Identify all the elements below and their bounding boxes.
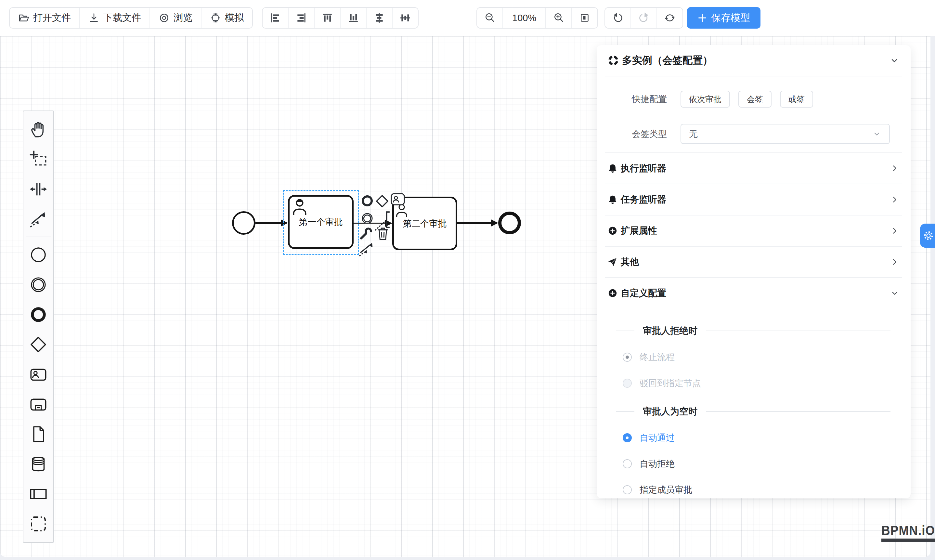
pad-connect-tool[interactable]	[358, 240, 375, 257]
pad-trash[interactable]	[376, 226, 389, 240]
reject-divider-title: 审批人拒绝时	[616, 325, 890, 337]
panel-header[interactable]: 多实例（会签配置）	[605, 45, 902, 76]
quick-config-label: 快捷配置	[605, 93, 667, 105]
fit-viewport-icon	[579, 12, 590, 23]
open-file-button[interactable]: 打开文件	[10, 8, 79, 28]
radio-auto-reject[interactable]: 自动拒绝	[605, 458, 902, 470]
create-start-event[interactable]	[23, 240, 53, 270]
participant-pool-icon	[29, 485, 48, 503]
settings-tab[interactable]	[920, 224, 935, 248]
align-button-group	[262, 7, 418, 29]
lasso-tool-icon	[29, 150, 48, 168]
undo-button[interactable]	[605, 8, 631, 28]
bpmn-io-logo[interactable]: BPMN.iO	[881, 524, 935, 542]
bell-icon	[608, 195, 617, 205]
open-file-label: 打开文件	[33, 11, 71, 25]
fit-viewport-button[interactable]	[571, 8, 597, 28]
properties-panel: 多实例（会签配置） 快捷配置 依次审批 会签 或签 会签类型 无	[597, 45, 910, 498]
redo-button[interactable]	[631, 8, 657, 28]
space-tool-icon	[29, 180, 48, 198]
download-file-label: 下载文件	[103, 11, 141, 25]
intermediate-event-icon	[29, 275, 48, 294]
preview-icon	[158, 12, 170, 23]
quick-config-orsign-button[interactable]: 或签	[780, 91, 813, 108]
align-center-vertical-icon	[400, 12, 411, 23]
radio-return-to-node[interactable]: 驳回到指定节点	[605, 377, 902, 389]
zoom-level[interactable]: 100%	[503, 8, 546, 28]
create-end-event[interactable]	[23, 300, 53, 329]
pad-append-end-event[interactable]	[361, 194, 374, 208]
save-model-button[interactable]: 保存模型	[687, 7, 760, 29]
pad-append-intermediate-event[interactable]	[361, 212, 374, 225]
section-task-listener[interactable]: 任务监听器	[605, 184, 902, 215]
space-tool[interactable]	[23, 174, 53, 204]
subprocess-icon	[29, 395, 48, 414]
simulate-button[interactable]: 模拟	[201, 8, 252, 28]
create-gateway[interactable]	[23, 329, 53, 360]
align-top-icon	[322, 12, 333, 23]
panel-sections: 执行监听器 任务监听器 扩展属性	[605, 152, 902, 308]
reject-title: 审批人拒绝时	[643, 325, 697, 337]
sequence-flow[interactable]	[457, 222, 492, 224]
align-bottom-button[interactable]	[340, 8, 366, 28]
zoom-in-button[interactable]	[546, 8, 571, 28]
preview-button[interactable]: 浏览	[149, 8, 201, 28]
hand-tool-icon	[29, 120, 48, 138]
section-label: 其他	[621, 256, 639, 268]
quick-config-sequential-button[interactable]: 依次审批	[681, 91, 730, 108]
align-center-vertical-button[interactable]	[392, 8, 418, 28]
create-data-store[interactable]	[23, 449, 53, 479]
align-top-button[interactable]	[314, 8, 340, 28]
sign-type-select[interactable]: 无	[681, 124, 890, 144]
radio-terminate-process[interactable]: 终止流程	[605, 351, 902, 363]
align-right-button[interactable]	[288, 8, 314, 28]
data-object-icon	[29, 425, 48, 443]
radio-label: 自动通过	[640, 432, 675, 444]
refresh-button[interactable]	[657, 8, 683, 28]
section-execution-listener[interactable]: 执行监听器	[605, 152, 902, 184]
quick-config-countersign-button[interactable]: 会签	[738, 91, 772, 108]
palette	[23, 111, 54, 543]
download-icon	[88, 12, 100, 23]
create-user-task[interactable]	[23, 360, 53, 389]
section-custom-config[interactable]: 自定义配置	[605, 277, 902, 308]
create-participant-pool[interactable]	[23, 479, 53, 509]
pad-append-gateway[interactable]	[375, 194, 389, 208]
hand-tool[interactable]	[23, 114, 53, 144]
start-event-icon	[29, 246, 48, 264]
section-other[interactable]: 其他	[605, 246, 902, 277]
section-extended-properties[interactable]: 扩展属性	[605, 215, 902, 246]
sequence-flow-arrowhead	[491, 219, 498, 226]
align-center-horizontal-button[interactable]	[366, 8, 392, 28]
start-event[interactable]	[232, 211, 255, 235]
align-right-icon	[296, 12, 307, 23]
multi-instance-icon	[608, 55, 619, 66]
radio-auto-pass[interactable]: 自动通过	[605, 432, 902, 444]
sequence-flow[interactable]	[255, 222, 281, 224]
create-subprocess[interactable]	[23, 389, 53, 419]
radio-icon	[623, 378, 632, 388]
align-center-horizontal-icon	[374, 12, 385, 23]
palette-divider	[26, 237, 51, 237]
create-group[interactable]	[23, 509, 53, 539]
pad-append-user-task[interactable]	[390, 193, 405, 206]
end-event-icon	[29, 306, 48, 324]
chevron-right-icon	[890, 163, 900, 173]
select-chevron-down-icon	[872, 129, 881, 138]
toolbar: 打开文件 下载文件 浏览 模拟	[0, 0, 935, 36]
create-intermediate-event[interactable]	[23, 270, 53, 300]
undo-icon	[612, 12, 623, 23]
end-event[interactable]	[498, 212, 521, 234]
download-file-button[interactable]: 下载文件	[79, 8, 149, 28]
gear-icon	[923, 230, 934, 241]
chevron-down-icon[interactable]	[889, 55, 900, 66]
global-connect-tool[interactable]	[23, 204, 53, 234]
radio-label: 终止流程	[640, 351, 675, 363]
bpmn-io-logo-underline	[881, 538, 935, 542]
radio-assign-member[interactable]: 指定成员审批	[605, 484, 902, 495]
create-data-object[interactable]	[23, 419, 53, 449]
pad-wrench[interactable]	[360, 227, 373, 240]
zoom-out-button[interactable]	[477, 8, 503, 28]
align-left-button[interactable]	[263, 8, 288, 28]
lasso-tool[interactable]	[23, 144, 53, 174]
